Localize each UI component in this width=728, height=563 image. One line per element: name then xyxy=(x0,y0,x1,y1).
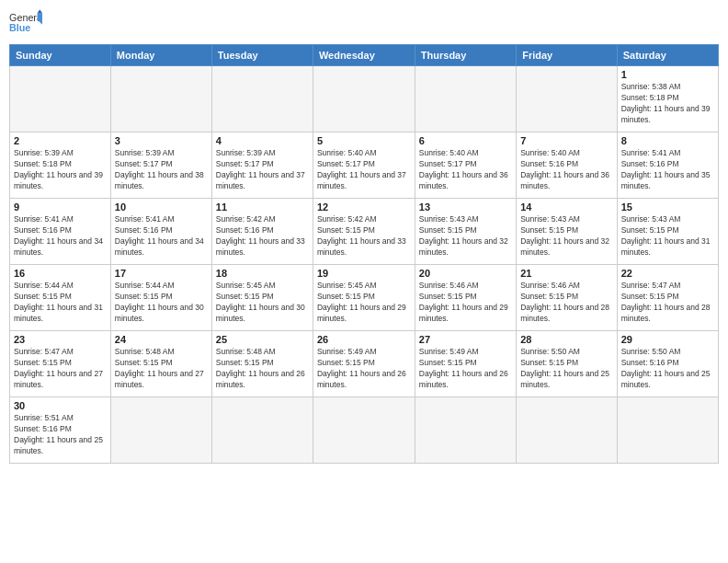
week-row-3: 16Sunrise: 5:44 AMSunset: 5:15 PMDayligh… xyxy=(10,265,719,331)
day-number: 12 xyxy=(317,201,411,213)
empty-cell xyxy=(313,397,415,464)
day-number: 26 xyxy=(317,334,411,345)
empty-cell xyxy=(617,397,718,464)
cell-info: Sunrise: 5:40 AMSunset: 5:16 PMDaylight:… xyxy=(520,148,613,192)
logo-area: General Blue xyxy=(9,9,42,37)
day-number: 20 xyxy=(419,268,512,279)
day-number: 30 xyxy=(14,400,107,411)
weekday-header-tuesday: Tuesday xyxy=(211,45,313,66)
day-cell-3: 3Sunrise: 5:39 AMSunset: 5:17 PMDaylight… xyxy=(110,132,211,199)
day-cell-16: 16Sunrise: 5:44 AMSunset: 5:15 PMDayligh… xyxy=(10,265,111,331)
weekday-header-row: SundayMondayTuesdayWednesdayThursdayFrid… xyxy=(10,45,719,66)
day-cell-14: 14Sunrise: 5:43 AMSunset: 5:15 PMDayligh… xyxy=(517,199,618,265)
cell-info: Sunrise: 5:45 AMSunset: 5:15 PMDaylight:… xyxy=(216,281,309,325)
day-cell-4: 4Sunrise: 5:39 AMSunset: 5:17 PMDaylight… xyxy=(211,132,313,199)
day-number: 1 xyxy=(621,69,714,80)
day-number: 13 xyxy=(419,201,512,213)
day-number: 9 xyxy=(14,201,107,213)
day-number: 29 xyxy=(621,334,714,345)
day-number: 15 xyxy=(621,201,714,213)
empty-cell xyxy=(211,66,313,132)
day-cell-1: 1Sunrise: 5:38 AMSunset: 5:18 PMDaylight… xyxy=(617,66,718,132)
week-row-5: 30Sunrise: 5:51 AMSunset: 5:16 PMDayligh… xyxy=(10,397,719,464)
day-number: 4 xyxy=(216,135,309,146)
day-cell-22: 22Sunrise: 5:47 AMSunset: 5:15 PMDayligh… xyxy=(617,265,718,331)
day-number: 19 xyxy=(317,268,411,279)
empty-cell xyxy=(110,66,211,132)
day-cell-7: 7Sunrise: 5:40 AMSunset: 5:16 PMDaylight… xyxy=(517,132,618,199)
empty-cell xyxy=(415,397,516,464)
generalblue-logo-icon: General Blue xyxy=(9,9,42,37)
day-number: 27 xyxy=(419,334,512,345)
weekday-header-monday: Monday xyxy=(110,45,211,66)
day-number: 23 xyxy=(14,334,107,345)
empty-cell xyxy=(517,397,618,464)
svg-text:Blue: Blue xyxy=(9,22,30,33)
cell-info: Sunrise: 5:42 AMSunset: 5:16 PMDaylight:… xyxy=(216,214,309,259)
cell-info: Sunrise: 5:45 AMSunset: 5:15 PMDaylight:… xyxy=(317,281,411,325)
day-cell-27: 27Sunrise: 5:49 AMSunset: 5:15 PMDayligh… xyxy=(415,331,516,397)
cell-info: Sunrise: 5:41 AMSunset: 5:16 PMDaylight:… xyxy=(621,148,714,192)
day-cell-6: 6Sunrise: 5:40 AMSunset: 5:17 PMDaylight… xyxy=(415,132,516,199)
cell-info: Sunrise: 5:46 AMSunset: 5:15 PMDaylight:… xyxy=(520,281,613,325)
day-cell-5: 5Sunrise: 5:40 AMSunset: 5:17 PMDaylight… xyxy=(313,132,415,199)
cell-info: Sunrise: 5:47 AMSunset: 5:15 PMDaylight:… xyxy=(621,281,714,325)
cell-info: Sunrise: 5:49 AMSunset: 5:15 PMDaylight:… xyxy=(419,347,512,391)
day-cell-8: 8Sunrise: 5:41 AMSunset: 5:16 PMDaylight… xyxy=(617,132,718,199)
cell-info: Sunrise: 5:41 AMSunset: 5:16 PMDaylight:… xyxy=(115,214,208,259)
day-number: 7 xyxy=(520,135,613,146)
cell-info: Sunrise: 5:39 AMSunset: 5:17 PMDaylight:… xyxy=(115,148,208,192)
day-cell-17: 17Sunrise: 5:44 AMSunset: 5:15 PMDayligh… xyxy=(110,265,211,331)
day-number: 18 xyxy=(216,268,309,279)
cell-info: Sunrise: 5:40 AMSunset: 5:17 PMDaylight:… xyxy=(419,148,512,192)
day-number: 6 xyxy=(419,135,512,146)
day-number: 11 xyxy=(216,201,309,213)
weekday-header-thursday: Thursday xyxy=(415,45,516,66)
day-number: 22 xyxy=(621,268,714,279)
empty-cell xyxy=(110,397,211,464)
weekday-header-wednesday: Wednesday xyxy=(313,45,415,66)
cell-info: Sunrise: 5:39 AMSunset: 5:18 PMDaylight:… xyxy=(14,148,107,192)
cell-info: Sunrise: 5:51 AMSunset: 5:16 PMDaylight:… xyxy=(14,413,107,457)
cell-info: Sunrise: 5:48 AMSunset: 5:15 PMDaylight:… xyxy=(115,347,208,391)
day-cell-24: 24Sunrise: 5:48 AMSunset: 5:15 PMDayligh… xyxy=(110,331,211,397)
cell-info: Sunrise: 5:42 AMSunset: 5:15 PMDaylight:… xyxy=(317,214,411,259)
calendar-table: SundayMondayTuesdayWednesdayThursdayFrid… xyxy=(9,44,719,464)
cell-info: Sunrise: 5:46 AMSunset: 5:15 PMDaylight:… xyxy=(419,281,512,325)
day-number: 10 xyxy=(115,201,208,213)
day-number: 24 xyxy=(115,334,208,345)
day-number: 25 xyxy=(216,334,309,345)
cell-info: Sunrise: 5:39 AMSunset: 5:17 PMDaylight:… xyxy=(216,148,309,192)
day-number: 5 xyxy=(317,135,411,146)
day-cell-19: 19Sunrise: 5:45 AMSunset: 5:15 PMDayligh… xyxy=(313,265,415,331)
day-number: 14 xyxy=(520,201,613,213)
day-cell-30: 30Sunrise: 5:51 AMSunset: 5:16 PMDayligh… xyxy=(10,397,111,464)
week-row-1: 2Sunrise: 5:39 AMSunset: 5:18 PMDaylight… xyxy=(10,132,719,199)
day-cell-15: 15Sunrise: 5:43 AMSunset: 5:15 PMDayligh… xyxy=(617,199,718,265)
header: General Blue xyxy=(9,9,719,37)
day-number: 8 xyxy=(621,135,714,146)
empty-cell xyxy=(517,66,618,132)
page: General Blue SundayMondayTuesdayWednesda… xyxy=(0,0,728,563)
day-cell-23: 23Sunrise: 5:47 AMSunset: 5:15 PMDayligh… xyxy=(10,331,111,397)
week-row-4: 23Sunrise: 5:47 AMSunset: 5:15 PMDayligh… xyxy=(10,331,719,397)
cell-info: Sunrise: 5:50 AMSunset: 5:15 PMDaylight:… xyxy=(520,347,613,391)
week-row-0: 1Sunrise: 5:38 AMSunset: 5:18 PMDaylight… xyxy=(10,66,719,132)
day-cell-11: 11Sunrise: 5:42 AMSunset: 5:16 PMDayligh… xyxy=(211,199,313,265)
empty-cell xyxy=(10,66,111,132)
empty-cell xyxy=(313,66,415,132)
cell-info: Sunrise: 5:44 AMSunset: 5:15 PMDaylight:… xyxy=(14,281,107,325)
empty-cell xyxy=(415,66,516,132)
day-cell-13: 13Sunrise: 5:43 AMSunset: 5:15 PMDayligh… xyxy=(415,199,516,265)
cell-info: Sunrise: 5:38 AMSunset: 5:18 PMDaylight:… xyxy=(621,82,714,126)
cell-info: Sunrise: 5:49 AMSunset: 5:15 PMDaylight:… xyxy=(317,347,411,391)
day-number: 2 xyxy=(14,135,107,146)
day-cell-10: 10Sunrise: 5:41 AMSunset: 5:16 PMDayligh… xyxy=(110,199,211,265)
day-cell-29: 29Sunrise: 5:50 AMSunset: 5:16 PMDayligh… xyxy=(617,331,718,397)
cell-info: Sunrise: 5:43 AMSunset: 5:15 PMDaylight:… xyxy=(520,214,613,259)
weekday-header-sunday: Sunday xyxy=(10,45,111,66)
day-cell-26: 26Sunrise: 5:49 AMSunset: 5:15 PMDayligh… xyxy=(313,331,415,397)
cell-info: Sunrise: 5:44 AMSunset: 5:15 PMDaylight:… xyxy=(115,281,208,325)
day-number: 28 xyxy=(520,334,613,345)
cell-info: Sunrise: 5:43 AMSunset: 5:15 PMDaylight:… xyxy=(419,214,512,259)
